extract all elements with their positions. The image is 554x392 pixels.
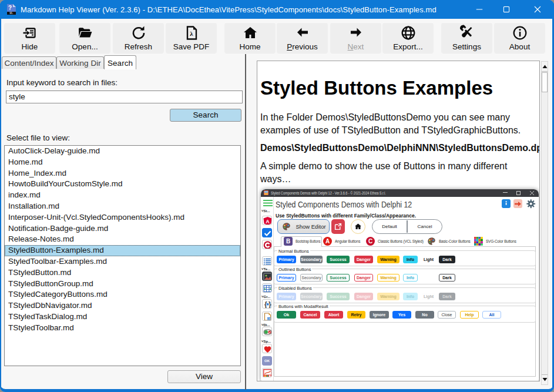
svg-text:λ: λ (190, 30, 193, 37)
svg-text:}: } (268, 300, 271, 309)
svg-text:M↓: M↓ (10, 12, 14, 15)
svg-text:A: A (266, 219, 270, 225)
svg-text:OK: OK (267, 317, 271, 320)
svg-text:?: ? (8, 5, 12, 11)
